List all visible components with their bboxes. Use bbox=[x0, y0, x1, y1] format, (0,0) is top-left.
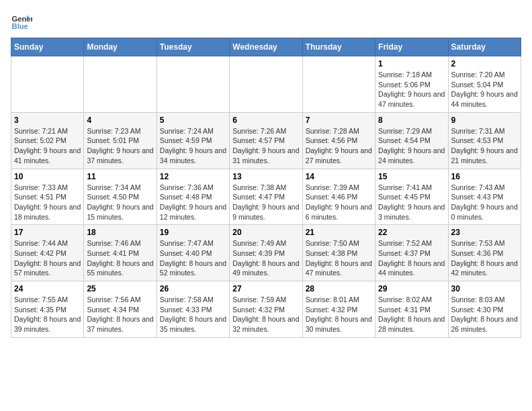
calendar-cell: 15Sunrise: 7:41 AM Sunset: 4:45 PM Dayli… bbox=[375, 169, 448, 225]
day-number: 18 bbox=[87, 228, 153, 237]
calendar-cell: 7Sunrise: 7:28 AM Sunset: 4:56 PM Daylig… bbox=[302, 112, 375, 169]
day-number: 7 bbox=[306, 116, 372, 125]
day-header-tuesday: Tuesday bbox=[157, 38, 229, 56]
day-info: Sunrise: 7:59 AM Sunset: 4:32 PM Dayligh… bbox=[232, 295, 299, 334]
day-number: 27 bbox=[232, 284, 299, 293]
day-info: Sunrise: 7:34 AM Sunset: 4:50 PM Dayligh… bbox=[87, 183, 153, 222]
day-info: Sunrise: 7:44 AM Sunset: 4:42 PM Dayligh… bbox=[14, 238, 81, 278]
calendar-cell bbox=[302, 56, 375, 113]
day-info: Sunrise: 7:49 AM Sunset: 4:39 PM Dayligh… bbox=[232, 238, 299, 278]
day-number: 13 bbox=[232, 172, 299, 181]
day-info: Sunrise: 7:18 AM Sunset: 5:06 PM Dayligh… bbox=[378, 70, 445, 109]
calendar-cell: 2Sunrise: 7:20 AM Sunset: 5:04 PM Daylig… bbox=[448, 56, 521, 113]
day-info: Sunrise: 7:21 AM Sunset: 5:02 PM Dayligh… bbox=[14, 126, 81, 166]
day-header-wednesday: Wednesday bbox=[230, 38, 302, 56]
day-info: Sunrise: 7:41 AM Sunset: 4:45 PM Dayligh… bbox=[378, 183, 445, 222]
day-number: 8 bbox=[378, 116, 445, 125]
calendar-cell: 29Sunrise: 8:02 AM Sunset: 4:31 PM Dayli… bbox=[375, 281, 448, 338]
day-info: Sunrise: 7:36 AM Sunset: 4:48 PM Dayligh… bbox=[160, 183, 226, 222]
calendar-week-1: 1Sunrise: 7:18 AM Sunset: 5:06 PM Daylig… bbox=[11, 56, 521, 113]
day-info: Sunrise: 7:43 AM Sunset: 4:43 PM Dayligh… bbox=[451, 183, 518, 222]
day-number: 11 bbox=[87, 172, 153, 181]
day-info: Sunrise: 7:31 AM Sunset: 4:53 PM Dayligh… bbox=[451, 126, 518, 166]
day-info: Sunrise: 7:29 AM Sunset: 4:54 PM Dayligh… bbox=[378, 126, 445, 166]
day-number: 26 bbox=[160, 284, 226, 293]
day-number: 14 bbox=[306, 172, 372, 181]
calendar-cell: 1Sunrise: 7:18 AM Sunset: 5:06 PM Daylig… bbox=[375, 56, 448, 113]
calendar-cell: 8Sunrise: 7:29 AM Sunset: 4:54 PM Daylig… bbox=[375, 112, 448, 169]
calendar-cell bbox=[157, 56, 229, 113]
calendar-cell: 18Sunrise: 7:46 AM Sunset: 4:41 PM Dayli… bbox=[84, 225, 157, 281]
day-number: 23 bbox=[451, 228, 518, 237]
logo: General Blue bbox=[11, 11, 32, 32]
day-number: 19 bbox=[160, 228, 226, 237]
day-header-monday: Monday bbox=[84, 38, 157, 56]
calendar-cell: 24Sunrise: 7:55 AM Sunset: 4:35 PM Dayli… bbox=[11, 281, 84, 338]
calendar-cell: 26Sunrise: 7:58 AM Sunset: 4:33 PM Dayli… bbox=[157, 281, 229, 338]
day-number: 20 bbox=[232, 228, 299, 237]
calendar-cell: 3Sunrise: 7:21 AM Sunset: 5:02 PM Daylig… bbox=[11, 112, 84, 169]
day-number: 12 bbox=[160, 172, 226, 181]
calendar-cell: 28Sunrise: 8:01 AM Sunset: 4:32 PM Dayli… bbox=[302, 281, 375, 338]
day-number: 4 bbox=[87, 116, 153, 125]
day-info: Sunrise: 7:50 AM Sunset: 4:38 PM Dayligh… bbox=[306, 238, 372, 278]
day-number: 17 bbox=[14, 228, 81, 237]
calendar-cell: 5Sunrise: 7:24 AM Sunset: 4:59 PM Daylig… bbox=[157, 112, 229, 169]
day-number: 10 bbox=[14, 172, 81, 181]
day-info: Sunrise: 8:02 AM Sunset: 4:31 PM Dayligh… bbox=[378, 295, 445, 334]
day-info: Sunrise: 7:24 AM Sunset: 4:59 PM Dayligh… bbox=[160, 126, 226, 166]
calendar-cell: 22Sunrise: 7:52 AM Sunset: 4:37 PM Dayli… bbox=[375, 225, 448, 281]
calendar-cell: 19Sunrise: 7:47 AM Sunset: 4:40 PM Dayli… bbox=[157, 225, 229, 281]
calendar-cell: 30Sunrise: 8:03 AM Sunset: 4:30 PM Dayli… bbox=[448, 281, 521, 338]
day-info: Sunrise: 7:38 AM Sunset: 4:47 PM Dayligh… bbox=[232, 183, 299, 222]
day-number: 16 bbox=[451, 172, 518, 181]
calendar-week-2: 3Sunrise: 7:21 AM Sunset: 5:02 PM Daylig… bbox=[11, 112, 521, 169]
calendar-cell bbox=[11, 56, 84, 113]
day-info: Sunrise: 7:52 AM Sunset: 4:37 PM Dayligh… bbox=[378, 238, 445, 278]
day-info: Sunrise: 7:55 AM Sunset: 4:35 PM Dayligh… bbox=[14, 295, 81, 334]
calendar-cell: 20Sunrise: 7:49 AM Sunset: 4:39 PM Dayli… bbox=[230, 225, 302, 281]
calendar-week-3: 10Sunrise: 7:33 AM Sunset: 4:51 PM Dayli… bbox=[11, 169, 521, 225]
day-info: Sunrise: 7:46 AM Sunset: 4:41 PM Dayligh… bbox=[87, 238, 153, 278]
calendar-cell: 25Sunrise: 7:56 AM Sunset: 4:34 PM Dayli… bbox=[84, 281, 157, 338]
day-number: 25 bbox=[87, 284, 153, 293]
calendar-cell: 4Sunrise: 7:23 AM Sunset: 5:01 PM Daylig… bbox=[84, 112, 157, 169]
day-number: 2 bbox=[451, 59, 518, 68]
day-number: 22 bbox=[378, 228, 445, 237]
day-number: 3 bbox=[14, 116, 81, 125]
day-info: Sunrise: 7:28 AM Sunset: 4:56 PM Dayligh… bbox=[306, 126, 372, 166]
day-number: 21 bbox=[306, 228, 372, 237]
day-number: 28 bbox=[306, 284, 372, 293]
day-number: 30 bbox=[451, 284, 518, 293]
calendar-cell: 23Sunrise: 7:53 AM Sunset: 4:36 PM Dayli… bbox=[448, 225, 521, 281]
day-header-friday: Friday bbox=[375, 38, 448, 56]
day-number: 5 bbox=[160, 116, 226, 125]
day-number: 29 bbox=[378, 284, 445, 293]
calendar-cell: 9Sunrise: 7:31 AM Sunset: 4:53 PM Daylig… bbox=[448, 112, 521, 169]
calendar-cell bbox=[230, 56, 302, 113]
day-info: Sunrise: 7:26 AM Sunset: 4:57 PM Dayligh… bbox=[232, 126, 299, 166]
page-header: General Blue bbox=[11, 11, 521, 32]
day-info: Sunrise: 7:47 AM Sunset: 4:40 PM Dayligh… bbox=[160, 238, 226, 278]
day-header-sunday: Sunday bbox=[11, 38, 84, 56]
day-info: Sunrise: 7:23 AM Sunset: 5:01 PM Dayligh… bbox=[87, 126, 153, 166]
day-number: 9 bbox=[451, 116, 518, 125]
day-number: 1 bbox=[378, 59, 445, 68]
calendar-cell bbox=[84, 56, 157, 113]
logo-icon: General Blue bbox=[11, 11, 32, 32]
calendar-cell: 21Sunrise: 7:50 AM Sunset: 4:38 PM Dayli… bbox=[302, 225, 375, 281]
calendar-table: SundayMondayTuesdayWednesdayThursdayFrid… bbox=[11, 38, 521, 338]
day-info: Sunrise: 7:39 AM Sunset: 4:46 PM Dayligh… bbox=[306, 183, 372, 222]
day-info: Sunrise: 8:03 AM Sunset: 4:30 PM Dayligh… bbox=[451, 295, 518, 334]
svg-text:Blue: Blue bbox=[12, 22, 28, 30]
header-row: SundayMondayTuesdayWednesdayThursdayFrid… bbox=[11, 38, 521, 56]
day-info: Sunrise: 7:20 AM Sunset: 5:04 PM Dayligh… bbox=[451, 70, 518, 109]
day-info: Sunrise: 7:53 AM Sunset: 4:36 PM Dayligh… bbox=[451, 238, 518, 278]
day-number: 6 bbox=[232, 116, 299, 125]
calendar-cell: 11Sunrise: 7:34 AM Sunset: 4:50 PM Dayli… bbox=[84, 169, 157, 225]
calendar-cell: 17Sunrise: 7:44 AM Sunset: 4:42 PM Dayli… bbox=[11, 225, 84, 281]
day-header-thursday: Thursday bbox=[302, 38, 375, 56]
calendar-cell: 16Sunrise: 7:43 AM Sunset: 4:43 PM Dayli… bbox=[448, 169, 521, 225]
day-info: Sunrise: 7:56 AM Sunset: 4:34 PM Dayligh… bbox=[87, 295, 153, 334]
calendar-week-5: 24Sunrise: 7:55 AM Sunset: 4:35 PM Dayli… bbox=[11, 281, 521, 338]
